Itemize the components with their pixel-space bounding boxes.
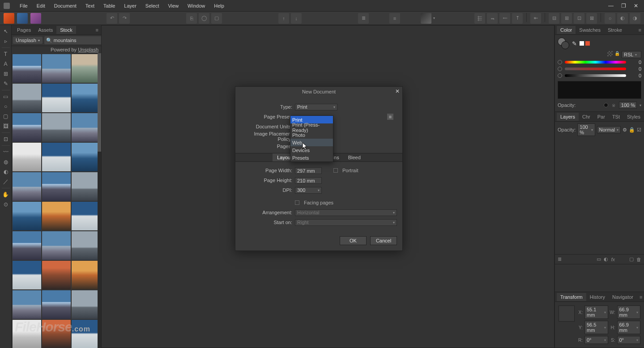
type-option-devices[interactable]: Devices: [290, 146, 333, 154]
arrangement-dropdown[interactable]: Horizontal: [295, 209, 397, 216]
stock-thumbnail[interactable]: [72, 261, 100, 289]
persona-designer-icon[interactable]: [17, 13, 28, 24]
stock-thumbnail[interactable]: [72, 143, 100, 171]
tool-rectangle[interactable]: ▭: [1, 92, 10, 101]
stock-thumbnail[interactable]: [42, 84, 71, 112]
menu-table[interactable]: Table: [99, 1, 119, 10]
layer-blend-dropdown[interactable]: Normal: [597, 126, 621, 133]
menu-select[interactable]: Select: [141, 1, 164, 10]
layer-fx-icon[interactable]: ⚙: [623, 127, 627, 133]
opacity-ring-icon[interactable]: [604, 103, 608, 107]
hsl-s-ring[interactable]: [558, 67, 562, 71]
tool-move[interactable]: ↖: [1, 27, 10, 36]
tab-layers[interactable]: Layers: [557, 113, 579, 121]
toolbar-resource-a[interactable]: ⎘: [186, 13, 197, 24]
menu-document[interactable]: Document: [50, 1, 81, 10]
toolbar-arrange-b[interactable]: ⊞: [561, 13, 572, 24]
type-option-web[interactable]: Web: [290, 139, 333, 146]
stock-thumbnail[interactable]: [13, 290, 41, 319]
color-panel-menu-icon[interactable]: ≡: [636, 27, 644, 33]
tab-stroke[interactable]: Stroke: [604, 26, 626, 34]
tab-color[interactable]: Color: [557, 26, 576, 34]
cancel-button[interactable]: Cancel: [370, 236, 397, 245]
page-width-input[interactable]: 297 mm: [295, 167, 322, 174]
toolbar-align-left[interactable]: ⬱: [474, 13, 485, 24]
menu-window[interactable]: Window: [183, 1, 209, 10]
tool-frame-text[interactable]: T: [1, 50, 10, 59]
toolbar-align-center[interactable]: ⫬: [487, 13, 498, 24]
layer-lock-icon[interactable]: 🔒: [629, 127, 635, 133]
layer-delete-icon[interactable]: 🗑: [636, 257, 641, 262]
tool-ellipse[interactable]: ○: [1, 102, 10, 111]
opacity-input[interactable]: 100 %: [619, 102, 637, 109]
dialog-titlebar[interactable]: New Document ✕: [235, 87, 402, 97]
tab-pages[interactable]: Pages: [13, 26, 34, 34]
sat-slider[interactable]: [565, 68, 626, 70]
stock-thumbnail[interactable]: [42, 261, 71, 289]
start-on-dropdown[interactable]: Right: [295, 219, 397, 226]
toolbar-baseline[interactable]: ≣: [358, 13, 369, 24]
stock-thumbnail[interactable]: [13, 54, 41, 83]
toolbar-anchor-up[interactable]: ↑: [278, 13, 289, 24]
toolbar-redo[interactable]: ↷: [119, 13, 130, 24]
tool-crop[interactable]: ⊡: [1, 135, 10, 144]
color-wells[interactable]: ✎: [558, 38, 590, 49]
persona-photo-icon[interactable]: [30, 13, 41, 24]
color-chip-white[interactable]: [580, 41, 584, 46]
layer-opacity-dropdown[interactable]: 100 %: [577, 123, 595, 136]
toolbar-resource-b[interactable]: ◯: [199, 13, 209, 24]
stock-thumbnail[interactable]: [42, 113, 71, 142]
transform-anchor[interactable]: [559, 306, 575, 322]
eyedropper-icon[interactable]: ✎: [572, 40, 577, 47]
toolbar-resource-c[interactable]: ▢: [211, 13, 222, 24]
opacity-dropdown-icon[interactable]: ▾: [640, 103, 641, 107]
type-dropdown[interactable]: Print: [295, 104, 337, 110]
toolbar-order-back[interactable]: ⇤: [530, 13, 541, 24]
tool-fill[interactable]: ◍: [1, 157, 10, 166]
toolbar-align-top[interactable]: ⤒: [512, 13, 523, 24]
toolbar-boolean-int[interactable]: ◑: [630, 13, 640, 24]
facing-pages-checkbox[interactable]: [295, 200, 299, 205]
preset-manage-icon[interactable]: ≡: [387, 114, 393, 120]
menu-help[interactable]: Help: [209, 1, 229, 10]
tool-zoom[interactable]: ⊙: [1, 200, 10, 209]
tab-stock[interactable]: Stock: [56, 26, 76, 34]
toolbar-arrange-c[interactable]: ⊡: [574, 13, 584, 24]
layer-visible-icon[interactable]: ☑: [637, 127, 641, 133]
stock-thumbnail[interactable]: [13, 84, 41, 112]
stock-thumbnail[interactable]: [13, 172, 41, 201]
menu-file[interactable]: File: [15, 1, 32, 10]
stock-scrollbar[interactable]: [98, 53, 101, 348]
tool-picture-frame[interactable]: 🖼: [1, 122, 10, 131]
stock-thumbnail[interactable]: [42, 172, 71, 201]
tf-h-input[interactable]: 66.9 mm: [617, 321, 641, 334]
toolbar-undo[interactable]: ↶: [107, 13, 117, 24]
tf-s-input[interactable]: 0°: [617, 336, 641, 344]
toolbar-arrange-d[interactable]: ⊠: [586, 13, 597, 24]
color-state-none[interactable]: [607, 51, 613, 56]
tool-hand[interactable]: ✋: [1, 190, 10, 199]
toolbar-boolean-add[interactable]: ○: [605, 13, 615, 24]
stock-thumbnail[interactable]: [72, 202, 100, 230]
minimize-button[interactable]: —: [606, 3, 615, 9]
tab-navigator[interactable]: Navigator: [609, 293, 637, 301]
close-button[interactable]: ✕: [631, 3, 640, 9]
layer-thumbnail-icon[interactable]: ≣: [558, 256, 562, 262]
stock-thumbnail[interactable]: [72, 54, 100, 83]
layer-mask-icon[interactable]: ▭: [597, 256, 601, 262]
stock-thumbnail[interactable]: [13, 231, 41, 260]
dialog-tab-bleed[interactable]: Bleed: [344, 153, 365, 161]
stock-thumbnail[interactable]: [42, 143, 71, 171]
layer-adjust-icon[interactable]: ◐: [604, 256, 608, 262]
restore-button[interactable]: ❐: [619, 3, 628, 9]
tool-node[interactable]: ▹: [1, 37, 10, 46]
toolbar-fill-dropdown-icon[interactable]: ▾: [433, 16, 435, 20]
stock-thumbnail[interactable]: [42, 54, 71, 83]
toolbar-boolean-sub[interactable]: ◐: [617, 13, 628, 24]
menu-edit[interactable]: Edit: [32, 1, 50, 10]
tab-assets[interactable]: Assets: [34, 26, 56, 34]
stock-thumbnail[interactable]: [72, 113, 100, 142]
stock-thumbnail[interactable]: [42, 290, 71, 319]
transform-panel-menu-icon[interactable]: ≡: [637, 294, 644, 300]
stock-thumbnail[interactable]: [72, 84, 100, 112]
